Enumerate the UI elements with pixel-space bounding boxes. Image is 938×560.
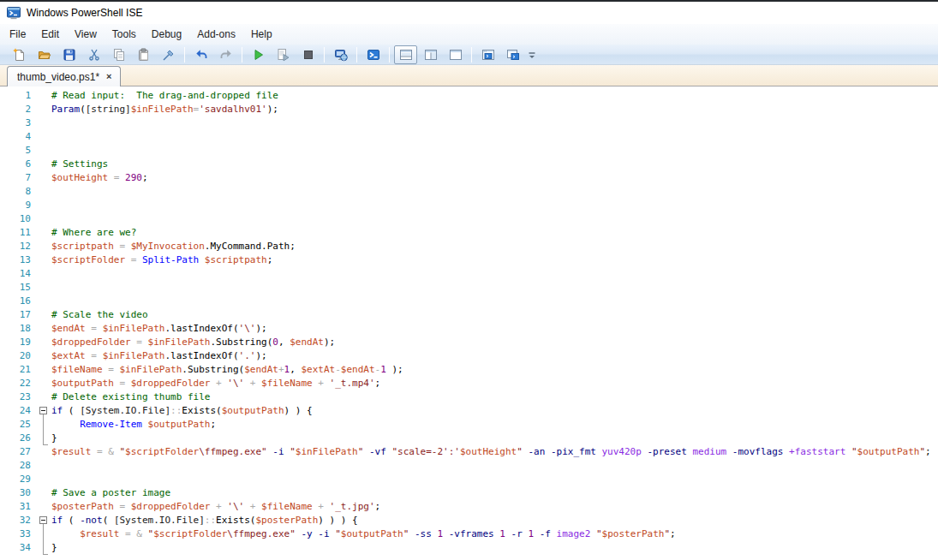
copy-icon (112, 48, 126, 62)
cut-button[interactable] (82, 45, 105, 64)
run-script-button[interactable] (247, 45, 270, 64)
menu-tools[interactable]: Tools (105, 25, 144, 44)
new-script-button[interactable] (8, 45, 31, 64)
code-text: if ( [System.IO.File]::Exists($outputPat… (51, 404, 313, 418)
fold-collapse-icon[interactable] (39, 407, 47, 414)
code-line[interactable]: 15 (7, 281, 938, 295)
code-line[interactable]: 1# Read input: The drag-and-dropped file (7, 89, 938, 103)
code-text: # Save a poster image (51, 486, 170, 500)
start-powershell-exe-button[interactable] (361, 45, 385, 64)
code-text: Param([string]$inFilePath='savdalhv01'); (51, 103, 278, 116)
line-number: 22 (7, 377, 31, 390)
code-line[interactable]: 13$scriptFolder = Split-Path $scriptpath… (7, 253, 938, 267)
run-selection-button[interactable] (272, 45, 295, 64)
menu-bar: File Edit View Tools Debug Add-ons Help (0, 24, 938, 45)
code-line[interactable]: 9 (7, 199, 938, 212)
overflow-chevron-icon (527, 49, 537, 61)
menu-debug[interactable]: Debug (144, 25, 189, 44)
line-number: 6 (7, 158, 31, 171)
menu-help[interactable]: Help (243, 25, 280, 44)
open-script-button[interactable] (33, 45, 56, 64)
fold-gutter (31, 527, 51, 541)
new-powershell-tab-button[interactable] (476, 45, 499, 64)
copy-button[interactable] (107, 45, 130, 64)
code-line[interactable]: 24if ( [System.IO.File]::Exists($outputP… (7, 404, 938, 418)
code-line[interactable]: 34} (7, 541, 938, 555)
fold-gutter[interactable] (31, 514, 51, 527)
line-number: 14 (7, 267, 31, 281)
code-line[interactable]: 16 (7, 295, 938, 308)
line-number: 9 (7, 199, 31, 212)
save-button[interactable] (57, 45, 81, 64)
fold-gutter (31, 240, 51, 253)
powershell-window-button[interactable] (501, 45, 524, 64)
line-number: 23 (7, 390, 31, 404)
code-line[interactable]: 30# Save a poster image (7, 486, 938, 500)
line-number: 31 (7, 500, 31, 514)
code-line[interactable]: 22$outputPath = $droppedFolder + '\' + $… (7, 377, 938, 390)
code-text: # Settings (51, 158, 108, 171)
code-line[interactable]: 11# Where are we? (7, 226, 938, 240)
code-line[interactable]: 18$endAt = $inFilePath.lastIndexOf('\'); (7, 322, 938, 336)
close-tab-icon[interactable]: × (106, 72, 111, 81)
code-text: $scriptpath = $MyInvocation.MyCommand.Pa… (51, 240, 296, 253)
code-line[interactable]: 3 (7, 116, 938, 130)
code-line[interactable]: 21$fileName = $inFilePath.Substring($end… (7, 363, 938, 377)
paste-button[interactable] (132, 45, 155, 64)
code-line[interactable]: 19$droppedFolder = $inFilePath.Substring… (7, 336, 938, 349)
script-pane-top-icon (399, 48, 413, 62)
fold-gutter (31, 459, 51, 473)
code-line[interactable]: 33 $result = & "$scriptFolder\ffmpeg.exe… (7, 527, 938, 541)
code-line[interactable]: 26} (7, 432, 938, 445)
show-script-pane-maximized-button[interactable] (444, 45, 467, 64)
stop-operation-button[interactable] (296, 45, 320, 64)
script-pane[interactable]: 1# Read input: The drag-and-dropped file… (0, 86, 938, 560)
line-number: 3 (7, 116, 31, 130)
code-line[interactable]: 2Param([string]$inFilePath='savdalhv01')… (7, 103, 938, 116)
code-line[interactable]: 6# Settings (7, 158, 938, 171)
show-script-pane-right-button[interactable] (419, 45, 442, 64)
code-line[interactable]: 23# Delete existing thumb file (7, 390, 938, 404)
line-number: 10 (7, 212, 31, 226)
code-line[interactable]: 12$scriptpath = $MyInvocation.MyCommand.… (7, 240, 938, 253)
file-tab-thumb-video[interactable]: thumb_video.ps1* × (7, 66, 121, 86)
window-title: Windows PowerShell ISE (27, 7, 142, 19)
code-line[interactable]: 5 (7, 144, 938, 158)
code-line[interactable]: 31$posterPath = $droppedFolder + '\' + $… (7, 500, 938, 514)
code-line[interactable]: 20$extAt = $inFilePath.lastIndexOf('.'); (7, 349, 938, 363)
code-line[interactable]: 8 (7, 185, 938, 199)
show-script-pane-top-button[interactable] (394, 45, 417, 64)
code-line[interactable]: 10 (7, 212, 938, 226)
toolbar-separator (242, 47, 242, 63)
code-line[interactable]: 29 (7, 473, 938, 486)
code-text: $posterPath = $droppedFolder + '\' + $fi… (51, 500, 380, 514)
menu-add-ons[interactable]: Add-ons (189, 25, 243, 44)
code-line[interactable]: 25 Remove-Item $outputPath; (7, 418, 938, 432)
undo-button[interactable] (189, 45, 212, 64)
code-line[interactable]: 27$result = & "$scriptFolder\ffmpeg.exe"… (7, 445, 938, 459)
code-line[interactable]: 32if ( -not( [System.IO.File]::Exists($p… (7, 514, 938, 527)
toolbar-separator (356, 47, 357, 63)
line-number: 25 (7, 418, 31, 432)
line-number: 20 (7, 349, 31, 363)
code-line[interactable]: 4 (7, 130, 938, 144)
line-number: 2 (7, 103, 31, 116)
menu-view[interactable]: View (67, 25, 105, 44)
line-number: 15 (7, 281, 31, 295)
menu-edit[interactable]: Edit (33, 25, 67, 44)
line-number: 33 (7, 527, 31, 541)
clear-console-pane-button[interactable] (157, 45, 180, 64)
line-number: 1 (7, 89, 31, 103)
new-remote-powershell-tab-button[interactable] (329, 45, 352, 64)
redo-button[interactable] (214, 45, 237, 64)
fold-gutter[interactable] (31, 404, 51, 418)
fold-collapse-icon[interactable] (39, 516, 47, 524)
code-line[interactable]: 7$outHeight = 290; (7, 171, 938, 185)
code-line[interactable]: 28 (7, 459, 938, 473)
paste-clipboard-icon (137, 48, 151, 62)
code-line[interactable]: 14 (7, 267, 938, 281)
toolbar-overflow-button[interactable] (526, 45, 538, 64)
menu-file[interactable]: File (2, 25, 33, 44)
code-line[interactable]: 17# Scale the video (7, 308, 938, 322)
fold-gutter (31, 390, 51, 404)
